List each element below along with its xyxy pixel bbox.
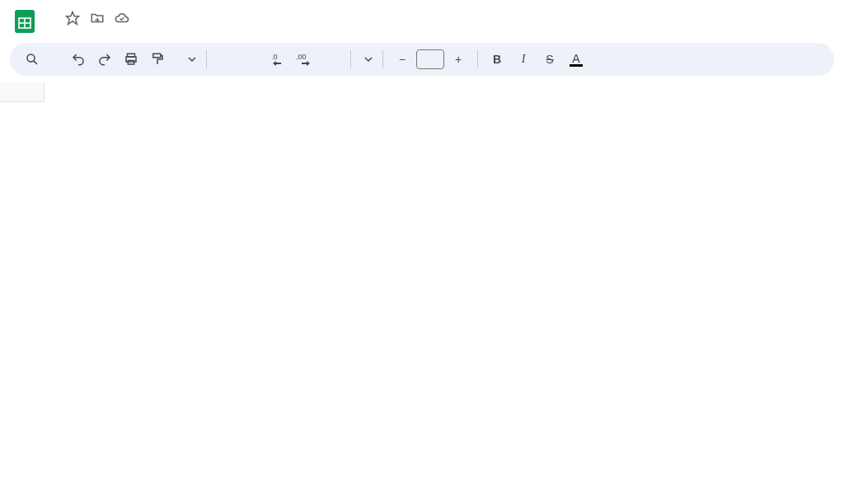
move-folder-icon[interactable] — [89, 10, 106, 26]
bold-button[interactable]: B — [485, 47, 509, 72]
star-icon[interactable] — [64, 10, 81, 26]
italic-button[interactable]: I — [511, 47, 536, 72]
menu-bar — [46, 30, 834, 33]
toolbar: .0 .00 − + B I S A — [10, 43, 834, 76]
svg-marker-4 — [67, 12, 79, 25]
spreadsheet-grid[interactable] — [0, 82, 844, 102]
strikethrough-button[interactable]: S — [537, 47, 562, 72]
cloud-saved-icon[interactable] — [114, 10, 130, 26]
svg-text:.00: .00 — [296, 53, 307, 61]
svg-rect-10 — [153, 54, 161, 58]
font-size-input[interactable] — [416, 49, 444, 69]
select-all-corner[interactable] — [0, 82, 45, 102]
text-color-button[interactable]: A — [564, 47, 588, 72]
sheets-logo[interactable] — [10, 7, 40, 36]
svg-line-6 — [34, 61, 37, 64]
svg-point-5 — [27, 54, 35, 62]
currency-button[interactable] — [213, 47, 238, 72]
font-size-decrease[interactable]: − — [390, 47, 415, 72]
paint-format-button[interactable] — [145, 47, 170, 72]
increase-decimal-button[interactable]: .00 — [293, 47, 317, 72]
chevron-down-icon[interactable] — [364, 55, 373, 63]
number-format-button[interactable] — [319, 47, 344, 72]
chevron-down-icon[interactable] — [188, 55, 196, 63]
search-icon[interactable] — [20, 47, 45, 72]
percent-button[interactable] — [240, 47, 265, 72]
print-button[interactable] — [119, 47, 143, 72]
redo-button[interactable] — [92, 47, 117, 72]
svg-text:.0: .0 — [271, 53, 278, 61]
undo-button[interactable] — [66, 47, 91, 72]
decrease-decimal-button[interactable]: .0 — [266, 47, 291, 72]
font-size-increase[interactable]: + — [446, 47, 471, 72]
document-title[interactable] — [46, 16, 56, 20]
